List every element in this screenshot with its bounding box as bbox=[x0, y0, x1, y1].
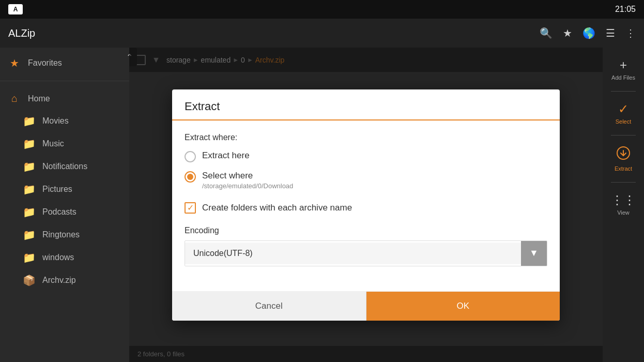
home-label: Home bbox=[28, 94, 50, 103]
star-filled-icon: ★ bbox=[8, 57, 21, 69]
right-toolbar: + Add Files ✓ Select Extract bbox=[603, 48, 644, 362]
app-title: ALZip bbox=[8, 27, 540, 39]
sidebar-item-music[interactable]: 📁 Music bbox=[0, 132, 129, 155]
cancel-button[interactable]: Cancel bbox=[172, 292, 366, 321]
add-files-label: Add Files bbox=[611, 74, 635, 81]
radio-option-select-where[interactable]: Select where /storage/emulated/0/Downloa… bbox=[185, 171, 547, 190]
header-icons: 🔍 ★ 🌎 ☰ ⋮ bbox=[540, 27, 636, 39]
create-folders-checkbox: ✓ bbox=[185, 202, 196, 214]
sidebar-item-ringtones[interactable]: 📁 Ringtones bbox=[0, 223, 129, 246]
sidebar-item-home[interactable]: ⌂ Home bbox=[0, 87, 129, 110]
view-label: View bbox=[617, 209, 630, 216]
sidebar-item-podcasts[interactable]: 📁 Podcasts bbox=[0, 201, 129, 223]
sidebar-item-windows[interactable]: 📁 windows bbox=[0, 246, 129, 269]
extract-button[interactable]: Extract bbox=[603, 140, 644, 178]
toolbar-divider-1 bbox=[611, 91, 636, 92]
favorites-label: Favorites bbox=[28, 58, 62, 68]
folder-icon-pictures: 📁 bbox=[23, 183, 35, 195]
podcasts-label: Podcasts bbox=[42, 207, 76, 217]
folder-icon-music: 📁 bbox=[23, 138, 35, 150]
movies-label: Movies bbox=[42, 116, 69, 126]
ringtones-label: Ringtones bbox=[42, 230, 80, 239]
search-icon[interactable]: 🔍 bbox=[540, 27, 553, 39]
sidebar-item-pictures[interactable]: 📁 Pictures bbox=[0, 178, 129, 201]
dialog-overlay: Extract Extract where: Ext bbox=[129, 48, 603, 362]
music-label: Music bbox=[42, 139, 64, 148]
sidebar: ★ Favorites ⌂ Home 📁 Movies 📁 Music bbox=[0, 48, 129, 362]
dialog-title-bar: Extract bbox=[172, 89, 560, 120]
sidebar-item-movies[interactable]: 📁 Movies bbox=[0, 110, 129, 132]
create-folders-label: Create folders with each archive name bbox=[202, 203, 352, 213]
dialog-body: Extract where: Extract here bbox=[172, 120, 560, 291]
notifications-label: Notifications bbox=[42, 162, 87, 171]
sidebar-item-archv[interactable]: 📦 Archv.zip bbox=[0, 269, 129, 292]
extract-dialog: Extract Extract where: Ext bbox=[172, 89, 560, 321]
folder-icon-windows: 📁 bbox=[23, 251, 35, 264]
add-files-icon: + bbox=[620, 58, 627, 72]
globe-icon[interactable]: 🌎 bbox=[582, 27, 595, 39]
extract-label: Extract bbox=[615, 165, 632, 172]
select-label: Select bbox=[616, 118, 632, 125]
radio-label-select-where: Select where /storage/emulated/0/Downloa… bbox=[202, 171, 293, 190]
folder-icon: 📁 bbox=[23, 115, 35, 127]
app-container: ALZip 🔍 ★ 🌎 ☰ ⋮ ★ Favorites ⌂ Home bbox=[0, 19, 644, 362]
app-header: ALZip 🔍 ★ 🌎 ☰ ⋮ bbox=[0, 19, 644, 48]
encoding-value: Unicode(UTF-8) bbox=[185, 243, 521, 264]
archv-label: Archv.zip bbox=[42, 276, 76, 285]
toolbar-divider-3 bbox=[611, 182, 636, 183]
status-time: 21:05 bbox=[615, 5, 636, 14]
create-folders-checkbox-row[interactable]: ✓ Create folders with each archive name bbox=[185, 202, 547, 214]
encoding-dropdown-button[interactable]: ▼ bbox=[521, 241, 547, 266]
radio-circle-select-where bbox=[185, 171, 196, 183]
select-icon: ✓ bbox=[618, 102, 628, 116]
extract-where-label: Extract where: bbox=[185, 133, 547, 142]
radio-label-extract-here: Extract here bbox=[202, 150, 250, 161]
menu-icon[interactable]: ☰ bbox=[606, 27, 615, 39]
dialog-title: Extract bbox=[185, 100, 547, 113]
windows-label: windows bbox=[42, 253, 74, 262]
home-icon: ⌂ bbox=[8, 93, 21, 104]
checkmark-icon: ✓ bbox=[187, 203, 194, 213]
sidebar-favorites-section: ★ Favorites bbox=[0, 48, 129, 79]
radio-inner-select-where bbox=[187, 174, 193, 180]
radio-group: Extract here Select where /stor bbox=[185, 150, 547, 190]
add-files-button[interactable]: + Add Files bbox=[603, 52, 644, 87]
main-content: ▼ storage ► emulated ► 0 ► Archv.zip 2 f… bbox=[129, 48, 603, 362]
dialog-actions: Cancel OK bbox=[172, 291, 560, 321]
folder-icon-notifications: 📁 bbox=[23, 160, 35, 173]
toolbar-divider-2 bbox=[611, 135, 636, 135]
extract-icon bbox=[616, 146, 631, 163]
sidebar-home-section: ⌂ Home 📁 Movies 📁 Music 📁 Notifications … bbox=[0, 83, 129, 296]
view-button[interactable]: ⋮⋮ View bbox=[603, 187, 644, 222]
sidebar-item-favorites[interactable]: ★ Favorites bbox=[0, 52, 129, 74]
pictures-label: Pictures bbox=[42, 185, 72, 194]
sidebar-item-notifications[interactable]: 📁 Notifications bbox=[0, 155, 129, 178]
encoding-label: Encoding bbox=[185, 226, 547, 235]
status-bar-left: A bbox=[8, 4, 23, 14]
star-icon[interactable]: ★ bbox=[563, 27, 572, 39]
folder-icon-ringtones: 📁 bbox=[23, 229, 35, 241]
sidebar-divider-1 bbox=[0, 81, 129, 81]
folder-icon-podcasts: 📁 bbox=[23, 206, 35, 218]
zip-icon: 📦 bbox=[23, 274, 35, 286]
app-icon: A bbox=[8, 4, 23, 14]
ok-button[interactable]: OK bbox=[366, 292, 560, 321]
select-button[interactable]: ✓ Select bbox=[603, 96, 644, 131]
more-icon[interactable]: ⋮ bbox=[625, 27, 636, 39]
radio-option-extract-here[interactable]: Extract here bbox=[185, 150, 547, 162]
radio-circle-extract-here bbox=[185, 151, 196, 162]
status-bar: A 21:05 bbox=[0, 0, 644, 19]
chevron-down-icon: ▼ bbox=[529, 248, 539, 259]
encoding-select[interactable]: Unicode(UTF-8) ▼ bbox=[185, 240, 547, 266]
view-icon: ⋮⋮ bbox=[611, 193, 636, 207]
app-body: ★ Favorites ⌂ Home 📁 Movies 📁 Music bbox=[0, 48, 644, 362]
